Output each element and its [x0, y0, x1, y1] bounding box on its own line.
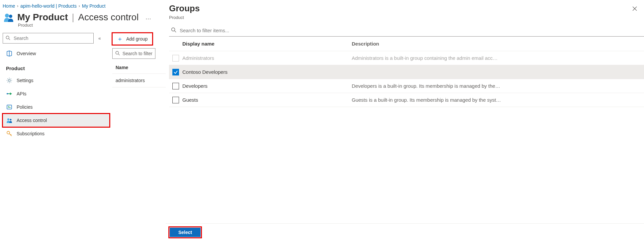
sidebar-item-label: Settings: [17, 78, 34, 83]
cell-name: Administrators: [182, 55, 352, 61]
key-icon: [6, 130, 13, 137]
sidebar-item-label: Overview: [17, 51, 36, 56]
search-icon: [171, 27, 177, 34]
chevron-right-icon: ›: [17, 4, 18, 8]
add-group-label: Add group: [126, 36, 148, 42]
api-icon: [6, 90, 13, 97]
svg-line-11: [8, 82, 8, 82]
close-icon: [632, 6, 637, 11]
svg-point-1: [9, 15, 12, 18]
svg-point-22: [172, 28, 175, 31]
overview-icon: [6, 50, 13, 57]
sidebar-item-settings[interactable]: Settings: [3, 74, 110, 87]
column-header-name[interactable]: Name: [116, 65, 128, 70]
breadcrumb-products[interactable]: apim-hello-world | Products: [20, 3, 76, 9]
column-header-description[interactable]: Description: [352, 41, 644, 47]
page-title: My Product | Access control: [17, 12, 138, 23]
checkbox: [172, 55, 179, 61]
separator: |: [72, 12, 74, 22]
cell-desc: Administrators is a built-in group conta…: [352, 55, 644, 61]
gear-icon: [6, 77, 13, 84]
panel-search[interactable]: [169, 25, 644, 37]
checkbox[interactable]: [172, 69, 179, 75]
search-icon: [115, 51, 121, 57]
checkbox[interactable]: [172, 83, 179, 89]
svg-line-10: [11, 82, 11, 82]
cell-name: administrators: [116, 78, 145, 83]
search-icon: [6, 36, 11, 41]
grid-row-administrators: Administrators Administrators is a built…: [169, 51, 644, 65]
column-header-display-name[interactable]: Display name: [182, 41, 352, 47]
plus-icon: ＋: [117, 35, 123, 43]
svg-point-17: [7, 131, 10, 134]
page-title-sub: Access control: [78, 12, 138, 22]
grid-row-guests[interactable]: Guests Guests is a built-in group. Its m…: [169, 93, 644, 107]
svg-line-3: [9, 39, 10, 40]
chevron-right-icon: ›: [79, 4, 80, 8]
breadcrumb-myproduct[interactable]: My Product: [82, 3, 106, 9]
cell-name: Developers: [182, 83, 352, 89]
sidebar-item-policies[interactable]: Policies: [3, 100, 110, 114]
svg-point-16: [10, 119, 12, 121]
checkbox[interactable]: [172, 97, 179, 103]
svg-line-19: [118, 54, 120, 55]
check-icon: [173, 70, 178, 74]
cell-name: Guests: [182, 97, 352, 103]
svg-point-0: [5, 14, 9, 18]
select-button[interactable]: Select: [170, 228, 201, 237]
svg-point-2: [6, 36, 9, 39]
svg-point-15: [7, 118, 9, 120]
sidebar-item-label: Subscriptions: [17, 131, 45, 136]
svg-point-4: [8, 79, 10, 81]
panel-subtitle: Product: [166, 15, 644, 25]
panel-footer: Select: [166, 223, 644, 241]
sidebar-search[interactable]: [3, 33, 94, 44]
sidebar: « Overview Product Settings APIs Po: [0, 31, 110, 140]
sidebar-item-access-control[interactable]: Access control: [3, 114, 110, 127]
main-filter[interactable]: Search to filter: [112, 48, 155, 59]
sidebar-section-product: Product: [3, 60, 110, 74]
svg-point-13: [7, 93, 8, 94]
main-filter-placeholder: Search to filter: [123, 51, 152, 56]
cell-desc: Developers is a built-in group. Its memb…: [352, 83, 644, 89]
svg-line-12: [11, 79, 11, 79]
sidebar-item-apis[interactable]: APIs: [3, 87, 110, 100]
sidebar-item-label: Access control: [17, 118, 47, 123]
sidebar-item-label: APIs: [17, 91, 27, 96]
people-icon: [3, 11, 15, 23]
close-button[interactable]: [632, 3, 637, 15]
more-button[interactable]: …: [145, 14, 152, 21]
groups-grid: Display name Description Administrators …: [169, 37, 644, 107]
grid-row-contoso[interactable]: Contoso Developers: [169, 65, 644, 79]
sidebar-item-subscriptions[interactable]: Subscriptions: [3, 127, 110, 140]
groups-panel: Groups Product Display name Description …: [166, 0, 644, 241]
people-icon: [6, 117, 13, 124]
sidebar-search-input[interactable]: [13, 35, 91, 41]
svg-line-9: [8, 79, 8, 79]
svg-point-18: [116, 51, 119, 54]
page-title-strong: My Product: [17, 12, 68, 22]
policies-icon: [6, 104, 13, 110]
grid-header: Display name Description: [169, 37, 644, 51]
sidebar-item-overview[interactable]: Overview: [3, 47, 110, 60]
panel-search-input[interactable]: [179, 27, 642, 34]
cell-desc: Guests is a built-in group. Its membersh…: [352, 97, 644, 103]
collapse-sidebar-button[interactable]: «: [98, 36, 101, 41]
panel-title: Groups: [169, 3, 200, 14]
breadcrumb-home[interactable]: Home: [3, 3, 15, 9]
cell-name: Contoso Developers: [182, 69, 352, 75]
svg-line-23: [175, 31, 176, 33]
add-group-button[interactable]: ＋ Add group: [112, 33, 152, 45]
grid-row-developers[interactable]: Developers Developers is a built-in grou…: [169, 79, 644, 93]
svg-rect-14: [7, 105, 12, 109]
sidebar-item-label: Policies: [17, 104, 33, 110]
